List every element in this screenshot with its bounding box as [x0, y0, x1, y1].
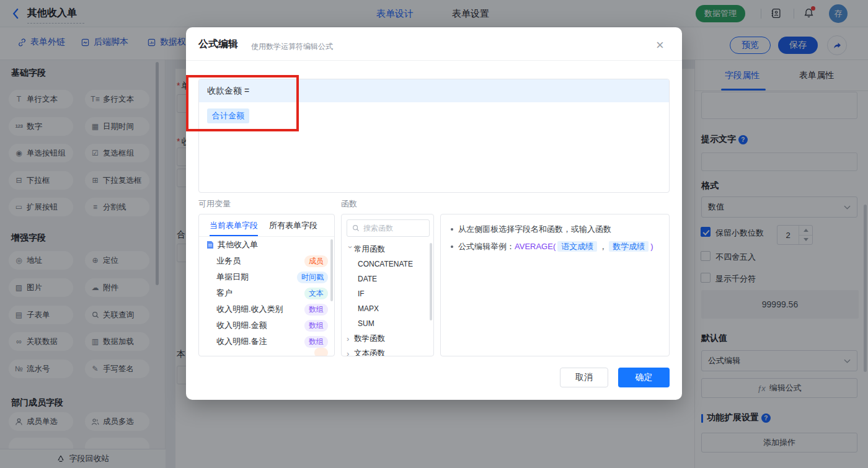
modal-subtitle: 使用数学运算符编辑公式: [251, 42, 333, 52]
functions-panel: ›常用函数 CONCATENATE DATE IF MAPX SUM ›数学函数…: [341, 214, 434, 356]
tab-all-form-fields[interactable]: 所有表单字段: [269, 214, 317, 236]
variables-scrollbar[interactable]: [330, 239, 333, 301]
function-item[interactable]: DATE: [342, 272, 433, 286]
function-search-input[interactable]: [363, 224, 417, 232]
formula-editor[interactable]: 收款金额 = 合计金额: [198, 79, 670, 193]
help-tip-2: 公式编辑举例：AVERAGE(语文成绩，数学成绩): [451, 241, 659, 253]
formula-token[interactable]: 合计金额: [207, 108, 249, 123]
chevron-expanded-icon: ›: [346, 245, 355, 253]
tab-current-form-fields[interactable]: 当前表单字段: [210, 214, 258, 236]
variable-row[interactable]: 单据日期时间戳: [199, 269, 334, 285]
function-item[interactable]: MAPX: [342, 301, 433, 316]
formula-help-panel: 从左侧面板选择字段名和函数，或输入函数 公式编辑举例：AVERAGE(语文成绩，…: [440, 214, 670, 356]
function-group-math[interactable]: ›数学函数: [342, 331, 433, 346]
type-badge-partial: [314, 348, 328, 356]
chevron-collapsed-icon: ›: [347, 334, 354, 343]
chevron-collapsed-icon: ›: [347, 349, 354, 357]
help-tip-1: 从左侧面板选择字段名和函数，或输入函数: [451, 223, 659, 236]
search-icon: [352, 224, 360, 232]
type-badge: 文本: [304, 288, 328, 299]
function-group-text[interactable]: ›文本函数: [342, 346, 433, 356]
formula-target: 收款金额 =: [199, 79, 669, 102]
function-group-common[interactable]: ›常用函数: [342, 242, 433, 257]
modal-header-divider: [186, 60, 682, 61]
variables-panel: 当前表单字段 所有表单字段 其他收入单 业务员成员 单据日期时间戳 客户文本 收…: [198, 214, 335, 356]
variable-row[interactable]: 收入明细.金额数组: [199, 317, 334, 333]
variable-row[interactable]: 收入明细.备注数组: [199, 333, 334, 350]
variable-row[interactable]: 业务员成员: [199, 253, 334, 269]
function-item[interactable]: CONCATENATE: [342, 257, 433, 272]
functions-scrollbar[interactable]: [430, 243, 432, 320]
variable-row[interactable]: 收入明细.收入类别数组: [199, 301, 334, 317]
variable-row-partial[interactable]: [199, 350, 334, 356]
function-item[interactable]: IF: [342, 286, 433, 301]
function-search[interactable]: [347, 219, 430, 237]
close-icon[interactable]: ×: [656, 38, 664, 52]
type-badge: 数组: [304, 336, 328, 348]
modal-title: 公式编辑: [198, 38, 238, 51]
variables-label: 可用变量: [198, 198, 231, 210]
variable-row[interactable]: 客户文本: [199, 285, 334, 301]
type-badge: 数组: [304, 320, 328, 332]
example-field-tag: 数学成绩: [609, 241, 649, 252]
form-designer-app: 其他收入单 表单设计 表单设置 数据管理 存 表单外链 后端脚本 数据权 预览 …: [0, 0, 868, 468]
functions-label: 函数: [341, 198, 357, 210]
tree-root-row[interactable]: 其他收入单: [199, 237, 334, 253]
confirm-button[interactable]: 确定: [618, 368, 670, 387]
example-field-tag: 语文成绩: [557, 241, 597, 252]
type-badge: 时间戳: [297, 272, 328, 283]
function-item[interactable]: SUM: [342, 316, 433, 331]
cancel-button[interactable]: 取消: [560, 368, 608, 387]
example-function-name: AVERAGE(: [515, 242, 556, 251]
form-file-icon: [206, 241, 214, 249]
formula-edit-modal: 公式编辑 使用数学运算符编辑公式 × 收款金额 = 合计金额 可用变量 函数 当…: [186, 27, 682, 400]
type-badge: 数组: [304, 304, 328, 316]
type-badge: 成员: [304, 255, 328, 267]
